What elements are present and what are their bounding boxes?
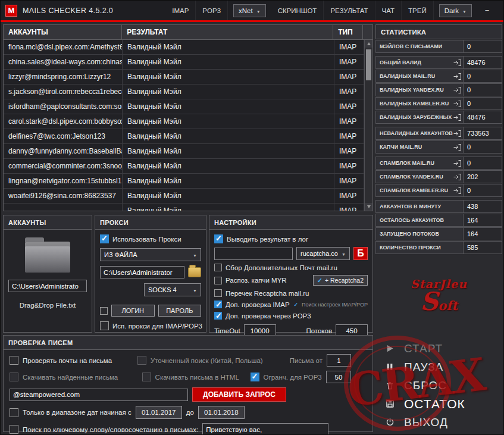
table-row[interactable]: delfines7@twc.com:Jetson123 Валидный Мэй… [4,129,364,144]
result-cell: Валидный Мэйл [123,129,334,143]
export-icon[interactable] [453,144,461,151]
browse-folder-icon[interactable] [188,267,201,277]
stat-value: 164 [464,214,502,227]
table-row[interactable]: woaifei9126@sina.com:86823537 Валидный М… [4,189,364,204]
menu-chat[interactable]: ЧАТ [375,1,402,20]
export-icon[interactable] [453,187,461,194]
date-range-checkbox[interactable] [10,408,18,417]
proxy-auth-checkbox[interactable] [100,307,108,315]
proxy-for-imap-checkbox[interactable] [100,321,109,330]
export-icon[interactable] [453,73,461,80]
stat-row: ОБЩИЙ ВАЛИД 48476 [375,56,502,69]
table-row[interactable]: isfordham@paplconsultants.com:sor Валидн… [4,99,364,114]
statistics-title: СТАТИСТИКА [375,24,502,39]
account-cell: fiona.mcl@dsl.pipex.com:Amethyst6 [4,40,123,54]
imap-check-checkbox[interactable] [214,301,222,308]
recheck-checkbox[interactable] [214,289,222,297]
balance-button[interactable]: Б [353,247,368,260]
export-icon[interactable] [453,101,461,107]
menu-imap[interactable]: IMAP [165,1,196,20]
captcha-myr-checkbox[interactable] [214,277,222,284]
menu-xnet-dropdown[interactable]: xNet [233,4,266,17]
type-cell: IMAP [334,85,364,99]
brand-line2: Soft [420,287,458,316]
pop3-limit-input[interactable]: 50 [326,371,351,383]
table-row[interactable]: s.jackson@tirol.com:rebecca1rebecca Вали… [4,85,364,99]
theme-dropdown[interactable]: Dark [439,4,472,17]
proxy-type-dropdown[interactable]: SOCKS 4 [144,283,201,296]
log-output-checkbox[interactable] [214,234,223,243]
table-row[interactable]: commercial@comminter.com:3snooj Валидный… [4,159,364,174]
pop3-check-checkbox[interactable] [214,312,222,320]
menu-result[interactable]: РЕЗУЛЬТАТ [324,1,375,20]
export-icon[interactable] [453,174,461,180]
proxy-path-input[interactable]: C:\Users\Administrator [100,266,184,278]
refined-search-checkbox[interactable] [137,356,146,365]
chevron-down-icon [193,286,197,293]
export-icon[interactable] [453,60,461,66]
table-row[interactable]: lingnan@netvigator.com:15stubbsl1 Валидн… [4,174,364,189]
start-button[interactable]: СТАРТ [375,339,502,358]
type-cell: IMAP [334,99,364,114]
date-to-button[interactable]: 01.01.2018 [198,406,245,419]
pop3-limit-checkbox[interactable] [251,373,259,381]
account-cell: lingnan@netvigator.com:15stubbsl1 [4,174,123,188]
table-row[interactable]: carol.stark@dsl.pipex.com:bobbysox Валид… [4,114,364,129]
table-row[interactable]: china.sales@ideal-ways.com:chinasal Вали… [4,55,364,70]
captcha-key-input[interactable] [214,248,293,260]
scrollbar-up-icon[interactable] [365,40,372,48]
check-letters-checkbox[interactable] [10,356,18,365]
keyword-input[interactable]: Приветствую вас, [202,423,328,435]
date-from-button[interactable]: 01.01.2017 [136,406,182,419]
table-row[interactable]: fiona.mcl@dsl.pipex.com:Amethyst6 Валидн… [4,40,364,55]
download-found-checkbox[interactable] [10,373,18,381]
table-row[interactable]: danny@funnydanny.com:BaseballBa Валидный… [4,144,364,159]
captcha-service-dropdown[interactable]: rucaptcha.co [296,247,350,260]
download-html-checkbox[interactable] [142,373,151,381]
keyword-checkbox[interactable] [10,425,18,434]
stat-label: ВАЛИДНЫХ ЗАРУБЕЖНЫХ [375,111,464,124]
column-header-accounts[interactable]: АККАУНТЫ [4,25,122,39]
scrollbar-thumb[interactable] [366,49,371,80]
remainder-button[interactable]: ОСТАТОК [375,395,502,413]
stat-label: ВАЛИДНЫХ YANDEX.RU [375,83,464,96]
proxy-login-button[interactable]: ЛОГИН [111,305,155,317]
middle-panels: АККАУНТЫ C:\Users\Administrato Drag&Drop… [3,215,373,333]
stat-row: НЕВАЛИДНЫХ АККАУНТОВ 733563 [375,127,502,140]
account-cell: woaifei9126@sina.com:86823537 [4,189,123,203]
column-header-type[interactable]: ТИП [333,25,363,39]
table-row[interactable]: lizzyr@mindspring.com:Lizzyr12 Валидный … [4,70,364,85]
settings-panel-title: НАСТРОЙКИ [209,215,372,230]
maximize-button[interactable]: □ [497,1,504,20]
accounts-path-input[interactable]: C:\Users\Administrato [8,280,87,292]
table-row[interactable]: Валидный Мэйл IMAP [4,204,364,211]
play-icon [384,344,395,353]
pause-button[interactable]: ПАУЗА [375,358,502,376]
export-icon[interactable] [453,87,461,93]
collect-mails-checkbox[interactable] [214,264,222,271]
minimize-button[interactable]: − [477,1,497,20]
query-input[interactable]: @steampowered.com [10,389,188,401]
menu-screenshot[interactable]: СКРИНШОТ [271,1,324,20]
menu-pop3[interactable]: POP3 [196,1,228,20]
export-icon[interactable] [453,114,461,121]
export-icon[interactable] [453,130,461,137]
app-logo: M [5,5,17,17]
folder-icon[interactable] [25,242,70,273]
reset-button[interactable]: СБРОС [375,376,502,395]
menu-tray[interactable]: ТРЕЙ [402,1,434,20]
exit-button[interactable]: ВЫХОД [375,413,502,431]
chevron-down-icon [193,251,197,258]
scrollbar-down-icon[interactable] [365,203,372,211]
export-icon[interactable] [453,160,461,167]
proxy-password-button[interactable]: ПАРОЛЬ [158,305,202,317]
proxy-source-dropdown[interactable]: ИЗ ФАЙЛА [100,248,201,261]
imap-note-label: Поиск настроек IMAP/POP [302,302,368,308]
add-query-button[interactable]: ДОБАВИТЬ ЗАПРОС [192,387,286,402]
column-header-result[interactable]: РЕЗУЛЬТАТ [122,25,333,39]
use-proxy-checkbox[interactable] [100,234,109,243]
letters-from-input[interactable]: 1 [327,354,351,367]
recaptcha2-button[interactable]: + Recaptcha2 [313,275,368,286]
recaptcha2-label: + Recaptcha2 [325,277,364,284]
date-to-text: до [186,409,194,416]
